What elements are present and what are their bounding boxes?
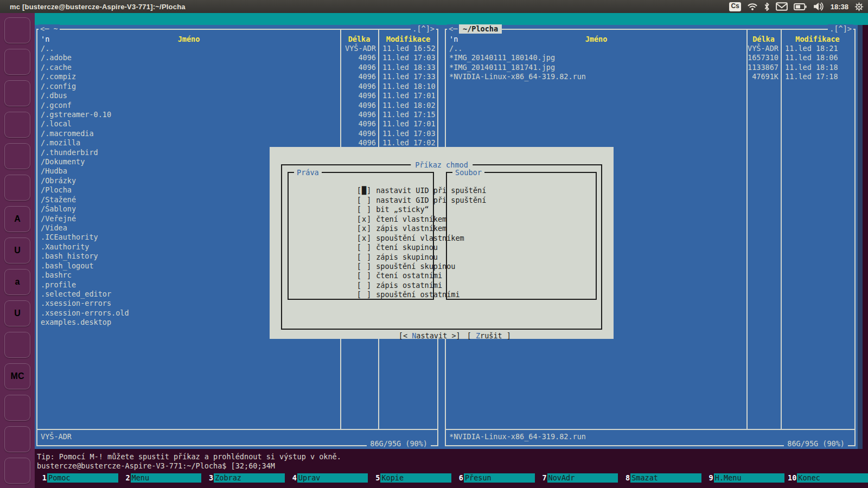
file-row[interactable]: /..VYŠ-ADR11.led 16:52 xyxy=(37,44,437,53)
checkbox-mark: [ ] xyxy=(357,290,372,299)
dialog-button[interactable]: [< Nastavit >] xyxy=(399,331,461,340)
function-key-label: Smazat xyxy=(630,473,701,483)
chmod-dialog-frame: Příkaz chmod Práva [█]nastavit UID při s… xyxy=(281,164,602,330)
command-line[interactable]: bustercze@bustercze-Aspire-V3-771:~/Ploc… xyxy=(35,461,868,471)
file-row[interactable]: /.gstreamer-0.10409611.led 17:15 xyxy=(37,110,437,119)
permissions-group: Práva [█]nastavit UID při spuštění [ ]na… xyxy=(288,172,434,300)
unity-launcher: A U a U MC xyxy=(0,13,35,488)
terminal-window: <─ ~ .[^]> 'n Jméno Délka Modifikace /..… xyxy=(35,13,868,488)
checkbox-mark: [ ] xyxy=(357,253,372,261)
function-key[interactable]: 5Kopie xyxy=(368,473,451,483)
function-key[interactable]: 7NovAdr xyxy=(535,473,618,483)
mini-status: VYŠ-ADR xyxy=(37,432,72,441)
column-mtime[interactable]: Modifikace xyxy=(378,35,438,44)
keyboard-layout-indicator[interactable]: Cs xyxy=(729,2,741,11)
function-key-number: 7 xyxy=(535,473,547,483)
file-row[interactable]: /.config409611.led 18:10 xyxy=(37,82,437,91)
file-row[interactable]: *NVIDIA-Linux-x86_64-319.82.run47691K11.… xyxy=(446,72,854,81)
function-key-number: 5 xyxy=(368,473,380,483)
checkbox-mark: [x] xyxy=(357,215,372,223)
clock[interactable]: 18:38 xyxy=(831,3,848,11)
dialog-buttons: [< Nastavit >][ Zrušit ] xyxy=(282,314,601,340)
disk-usage: 86G/95G (90%) xyxy=(367,439,431,448)
function-key-number: 2 xyxy=(118,473,131,483)
panel-path-title[interactable]: ~/Plocha xyxy=(459,24,502,34)
file-info-line xyxy=(447,186,596,195)
file-info-group-title: Soubor xyxy=(452,168,484,177)
mini-status-separator xyxy=(446,429,854,430)
file-info-line xyxy=(447,243,596,252)
checkbox-mark: [ ] xyxy=(357,196,372,204)
file-row[interactable]: /.dbus409611.led 17:01 xyxy=(37,91,437,100)
function-key-label: H.Menu xyxy=(714,473,785,483)
checkbox-label: čtení skupinou xyxy=(376,243,438,252)
file-row[interactable]: /.adobe409611.led 17:03 xyxy=(37,53,437,62)
checkbox-mark: [█] xyxy=(357,186,372,195)
window-title-bar: mc [bustercze@bustercze-Aspire-V3-771]:~… xyxy=(0,0,868,13)
mini-status-separator xyxy=(37,429,437,430)
column-name[interactable]: Jméno xyxy=(446,35,746,44)
panel-corner-buttons[interactable]: .[^]> xyxy=(411,24,436,34)
mc-menubar xyxy=(35,13,868,25)
column-size[interactable]: Délka xyxy=(340,35,378,44)
file-info-group: Soubor xyxy=(446,172,597,300)
panel-history-left[interactable]: <─ ~ xyxy=(39,24,60,34)
mail-icon[interactable] xyxy=(776,2,788,11)
file-row[interactable]: *IMG_20140111_180140.jpg165731011.led 18… xyxy=(446,53,854,62)
file-row[interactable]: /.gconf409611.led 18:02 xyxy=(37,101,437,110)
panel-history-left[interactable]: <─ xyxy=(447,24,459,34)
checkbox-mark: [ ] xyxy=(357,243,372,252)
function-key-label: Přesun xyxy=(464,473,535,483)
checkbox-label: zápis vlastníkem xyxy=(376,224,446,233)
column-name[interactable]: Jméno xyxy=(37,35,340,44)
function-key[interactable]: 10Konec xyxy=(784,473,868,483)
battery-icon[interactable] xyxy=(794,3,807,10)
function-key-number: 6 xyxy=(451,473,464,483)
window-title: mc [bustercze@bustercze-Aspire-V3-771]:~… xyxy=(0,3,186,11)
dialog-button[interactable]: [ Zrušit ] xyxy=(467,331,511,340)
checkbox-label: čtení vlastníkem xyxy=(376,215,446,223)
function-key-bar: 1Pomoc 2Menu 3Zobraz 4Uprav 5Kopie 6Přes… xyxy=(35,473,868,483)
file-list: /..VYŠ-ADR11.led 18:21 *IMG_20140111_180… xyxy=(446,44,854,82)
column-separator xyxy=(746,30,748,429)
file-row[interactable]: /..VYŠ-ADR11.led 18:21 xyxy=(446,44,854,53)
function-key[interactable]: 6Přesun xyxy=(451,473,535,483)
function-key-label: Uprav xyxy=(297,473,368,483)
file-row[interactable]: /.local409611.led 17:01 xyxy=(37,119,437,129)
function-key-label: Pomoc xyxy=(47,473,118,483)
column-size[interactable]: Délka xyxy=(746,35,781,44)
file-row[interactable]: *IMG_20140111_181741.jpg113386711.led 18… xyxy=(446,63,854,72)
function-key[interactable]: 4Uprav xyxy=(285,473,368,483)
file-row[interactable]: /.cache409611.led 18:33 xyxy=(37,63,437,72)
column-mtime[interactable]: Modifikace xyxy=(781,35,854,44)
file-info-line xyxy=(447,234,596,243)
function-key-number: 8 xyxy=(618,473,630,483)
file-row[interactable]: /.macromedia409611.led 17:03 xyxy=(37,129,437,138)
wifi-icon[interactable] xyxy=(747,2,758,11)
function-key[interactable]: 3Zobraz xyxy=(201,473,285,483)
terminal-bottom-area: Tip: Pomocí M-! můžete spustit příkaz a … xyxy=(35,449,868,473)
session-gear-icon[interactable] xyxy=(854,2,864,11)
checkbox-mark: [ ] xyxy=(357,271,372,280)
panel-corner-buttons[interactable]: .[^]> xyxy=(828,24,853,34)
function-key-label: Menu xyxy=(131,473,202,483)
function-key-number: 3 xyxy=(201,473,214,483)
function-key[interactable]: 2Menu xyxy=(118,473,202,483)
volume-icon[interactable] xyxy=(813,2,825,11)
terminal-scrollbar[interactable] xyxy=(858,25,863,449)
bluetooth-icon[interactable] xyxy=(764,2,770,11)
permissions-group-title: Práva xyxy=(294,168,322,177)
function-key[interactable]: 1Pomoc xyxy=(35,473,118,483)
hint-line: Tip: Pomocí M-! můžete spustit příkaz a … xyxy=(35,452,868,461)
checkbox-label: spouštění skupinou xyxy=(376,262,455,271)
column-separator xyxy=(781,30,782,429)
function-key-number: 4 xyxy=(285,473,297,483)
function-key[interactable]: 9H.Menu xyxy=(701,473,785,483)
column-headers: 'n Jméno Délka Modifikace xyxy=(446,35,854,44)
chmod-checkbox[interactable]: [█]nastavit UID při spuštění xyxy=(289,177,433,186)
checkbox-mark: [x] xyxy=(357,234,372,242)
function-key-label: Zobraz xyxy=(214,473,285,483)
function-key[interactable]: 8Smazat xyxy=(618,473,701,483)
function-key-label: Konec xyxy=(797,473,868,483)
file-row[interactable]: /.compiz409611.led 17:33 xyxy=(37,72,437,81)
